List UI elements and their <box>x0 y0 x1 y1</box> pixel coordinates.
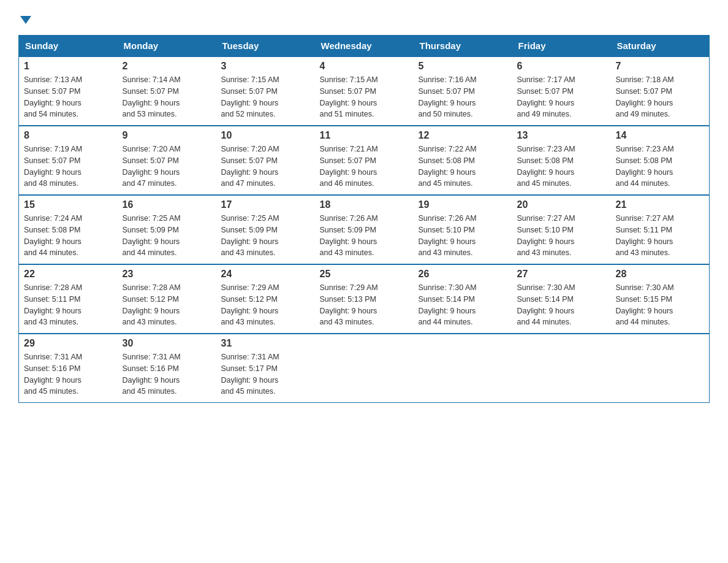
day-number: 12 <box>419 130 507 141</box>
day-info: Sunrise: 7:31 AMSunset: 5:16 PMDaylight:… <box>123 353 181 396</box>
day-info: Sunrise: 7:29 AMSunset: 5:12 PMDaylight:… <box>221 283 279 326</box>
calendar-cell: 5 Sunrise: 7:16 AMSunset: 5:07 PMDayligh… <box>414 56 512 126</box>
day-info: Sunrise: 7:19 AMSunset: 5:07 PMDaylight:… <box>24 145 82 188</box>
calendar-header-row: SundayMondayTuesdayWednesdayThursdayFrid… <box>19 36 710 57</box>
day-info: Sunrise: 7:30 AMSunset: 5:14 PMDaylight:… <box>517 283 575 326</box>
day-info: Sunrise: 7:23 AMSunset: 5:08 PMDaylight:… <box>616 145 674 188</box>
calendar-cell: 8 Sunrise: 7:19 AMSunset: 5:07 PMDayligh… <box>19 126 118 195</box>
calendar-cell <box>512 334 611 403</box>
calendar-cell: 10 Sunrise: 7:20 AMSunset: 5:07 PMDaylig… <box>216 126 315 195</box>
calendar-week-1: 1 Sunrise: 7:13 AMSunset: 5:07 PMDayligh… <box>19 56 710 126</box>
calendar-cell: 13 Sunrise: 7:23 AMSunset: 5:08 PMDaylig… <box>512 126 611 195</box>
calendar-header-saturday: Saturday <box>611 36 710 57</box>
logo <box>18 12 31 24</box>
day-number: 2 <box>123 61 211 72</box>
calendar-cell: 3 Sunrise: 7:15 AMSunset: 5:07 PMDayligh… <box>216 56 315 126</box>
day-info: Sunrise: 7:15 AMSunset: 5:07 PMDaylight:… <box>221 75 279 118</box>
calendar-cell <box>414 334 512 403</box>
day-info: Sunrise: 7:15 AMSunset: 5:07 PMDaylight:… <box>320 75 378 118</box>
day-number: 23 <box>123 269 211 280</box>
day-number: 6 <box>517 61 606 72</box>
day-number: 10 <box>221 130 310 141</box>
day-number: 3 <box>221 61 310 72</box>
calendar-cell: 19 Sunrise: 7:26 AMSunset: 5:10 PMDaylig… <box>414 195 512 264</box>
calendar-cell: 7 Sunrise: 7:18 AMSunset: 5:07 PMDayligh… <box>611 56 710 126</box>
day-info: Sunrise: 7:27 AMSunset: 5:11 PMDaylight:… <box>616 214 674 257</box>
day-info: Sunrise: 7:16 AMSunset: 5:07 PMDaylight:… <box>419 75 477 118</box>
calendar-week-2: 8 Sunrise: 7:19 AMSunset: 5:07 PMDayligh… <box>19 126 710 195</box>
calendar-cell: 25 Sunrise: 7:29 AMSunset: 5:13 PMDaylig… <box>315 264 414 334</box>
day-number: 30 <box>123 338 211 349</box>
day-number: 28 <box>616 269 705 280</box>
calendar-cell <box>315 334 414 403</box>
calendar-week-4: 22 Sunrise: 7:28 AMSunset: 5:11 PMDaylig… <box>19 264 710 334</box>
day-number: 13 <box>517 130 606 141</box>
calendar-header-friday: Friday <box>512 36 611 57</box>
calendar-cell: 17 Sunrise: 7:25 AMSunset: 5:09 PMDaylig… <box>216 195 315 264</box>
calendar-week-3: 15 Sunrise: 7:24 AMSunset: 5:08 PMDaylig… <box>19 195 710 264</box>
logo-arrow-icon <box>20 16 31 24</box>
day-number: 17 <box>221 199 310 210</box>
calendar-cell: 31 Sunrise: 7:31 AMSunset: 5:17 PMDaylig… <box>216 334 315 403</box>
calendar-body: 1 Sunrise: 7:13 AMSunset: 5:07 PMDayligh… <box>19 56 710 403</box>
day-number: 15 <box>24 199 113 210</box>
day-number: 11 <box>320 130 409 141</box>
day-number: 8 <box>24 130 113 141</box>
calendar-cell <box>611 334 710 403</box>
day-number: 18 <box>320 199 409 210</box>
day-number: 22 <box>24 269 113 280</box>
calendar-header-sunday: Sunday <box>19 36 118 57</box>
day-info: Sunrise: 7:26 AMSunset: 5:10 PMDaylight:… <box>419 214 477 257</box>
day-number: 24 <box>221 269 310 280</box>
day-info: Sunrise: 7:21 AMSunset: 5:07 PMDaylight:… <box>320 145 378 188</box>
calendar-cell: 30 Sunrise: 7:31 AMSunset: 5:16 PMDaylig… <box>118 334 216 403</box>
day-info: Sunrise: 7:30 AMSunset: 5:14 PMDaylight:… <box>419 283 477 326</box>
day-info: Sunrise: 7:25 AMSunset: 5:09 PMDaylight:… <box>123 214 181 257</box>
calendar-cell: 23 Sunrise: 7:28 AMSunset: 5:12 PMDaylig… <box>118 264 216 334</box>
calendar-header-thursday: Thursday <box>414 36 512 57</box>
calendar-cell: 27 Sunrise: 7:30 AMSunset: 5:14 PMDaylig… <box>512 264 611 334</box>
day-number: 4 <box>320 61 409 72</box>
calendar-cell: 22 Sunrise: 7:28 AMSunset: 5:11 PMDaylig… <box>19 264 118 334</box>
calendar-cell: 2 Sunrise: 7:14 AMSunset: 5:07 PMDayligh… <box>118 56 216 126</box>
day-info: Sunrise: 7:30 AMSunset: 5:15 PMDaylight:… <box>616 283 674 326</box>
calendar-cell: 15 Sunrise: 7:24 AMSunset: 5:08 PMDaylig… <box>19 195 118 264</box>
day-number: 19 <box>419 199 507 210</box>
calendar-cell: 16 Sunrise: 7:25 AMSunset: 5:09 PMDaylig… <box>118 195 216 264</box>
day-number: 25 <box>320 269 409 280</box>
day-info: Sunrise: 7:18 AMSunset: 5:07 PMDaylight:… <box>616 75 674 118</box>
page-header <box>18 12 710 24</box>
day-number: 26 <box>419 269 507 280</box>
day-info: Sunrise: 7:24 AMSunset: 5:08 PMDaylight:… <box>24 214 82 257</box>
day-number: 5 <box>419 61 507 72</box>
calendar-header-monday: Monday <box>118 36 216 57</box>
calendar-cell: 26 Sunrise: 7:30 AMSunset: 5:14 PMDaylig… <box>414 264 512 334</box>
day-number: 29 <box>24 338 113 349</box>
day-info: Sunrise: 7:22 AMSunset: 5:08 PMDaylight:… <box>419 145 477 188</box>
day-number: 16 <box>123 199 211 210</box>
day-info: Sunrise: 7:20 AMSunset: 5:07 PMDaylight:… <box>123 145 181 188</box>
calendar-table: SundayMondayTuesdayWednesdayThursdayFrid… <box>18 35 710 403</box>
calendar-cell: 28 Sunrise: 7:30 AMSunset: 5:15 PMDaylig… <box>611 264 710 334</box>
day-number: 21 <box>616 199 705 210</box>
day-info: Sunrise: 7:14 AMSunset: 5:07 PMDaylight:… <box>123 75 181 118</box>
day-info: Sunrise: 7:31 AMSunset: 5:16 PMDaylight:… <box>24 353 82 396</box>
day-info: Sunrise: 7:23 AMSunset: 5:08 PMDaylight:… <box>517 145 575 188</box>
day-info: Sunrise: 7:27 AMSunset: 5:10 PMDaylight:… <box>517 214 575 257</box>
day-number: 14 <box>616 130 705 141</box>
calendar-header-wednesday: Wednesday <box>315 36 414 57</box>
day-info: Sunrise: 7:31 AMSunset: 5:17 PMDaylight:… <box>221 353 279 396</box>
day-number: 7 <box>616 61 705 72</box>
calendar-cell: 29 Sunrise: 7:31 AMSunset: 5:16 PMDaylig… <box>19 334 118 403</box>
calendar-cell: 14 Sunrise: 7:23 AMSunset: 5:08 PMDaylig… <box>611 126 710 195</box>
day-number: 27 <box>517 269 606 280</box>
day-number: 1 <box>24 61 113 72</box>
calendar-cell: 24 Sunrise: 7:29 AMSunset: 5:12 PMDaylig… <box>216 264 315 334</box>
day-info: Sunrise: 7:20 AMSunset: 5:07 PMDaylight:… <box>221 145 279 188</box>
calendar-cell: 20 Sunrise: 7:27 AMSunset: 5:10 PMDaylig… <box>512 195 611 264</box>
calendar-week-5: 29 Sunrise: 7:31 AMSunset: 5:16 PMDaylig… <box>19 334 710 403</box>
calendar-cell: 21 Sunrise: 7:27 AMSunset: 5:11 PMDaylig… <box>611 195 710 264</box>
calendar-cell: 9 Sunrise: 7:20 AMSunset: 5:07 PMDayligh… <box>118 126 216 195</box>
calendar-cell: 18 Sunrise: 7:26 AMSunset: 5:09 PMDaylig… <box>315 195 414 264</box>
calendar-cell: 4 Sunrise: 7:15 AMSunset: 5:07 PMDayligh… <box>315 56 414 126</box>
